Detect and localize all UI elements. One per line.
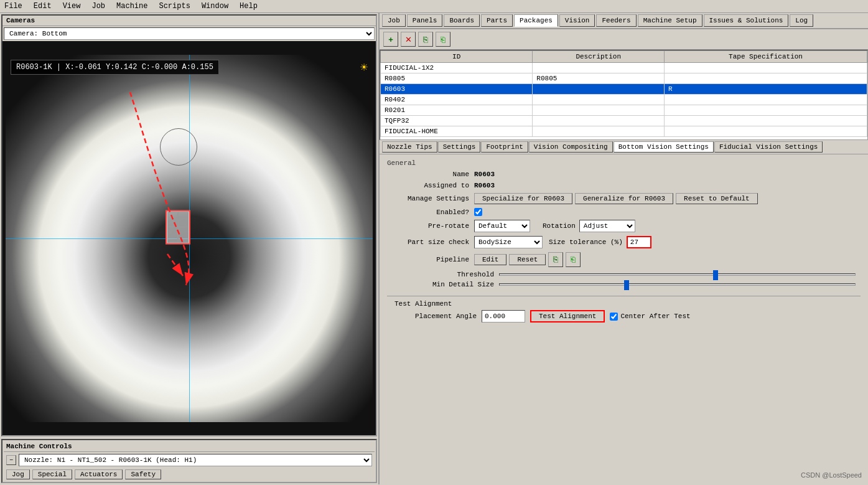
pipeline-edit-button[interactable]: Edit	[474, 254, 506, 265]
menu-machine[interactable]: Machine	[114, 1, 149, 11]
cell-tape	[665, 116, 867, 126]
tab-parts[interactable]: Parts	[481, 14, 513, 27]
camera-select-bar: Camera: Bottom	[2, 26, 376, 41]
threshold-label: Threshold	[387, 271, 499, 278]
tab-bottom-vision-settings[interactable]: Bottom Vision Settings	[614, 141, 714, 153]
center-after-test-row: Center After Test	[610, 313, 690, 321]
cell-id: TQFP32	[381, 116, 533, 126]
cell-id: FIDUCIAL-HOME	[381, 126, 533, 137]
settings-panel: General Name R0603 Assigned to R0603 Man…	[380, 154, 868, 484]
pipeline-paste-button[interactable]: ⎗	[566, 252, 581, 267]
tab-footprint[interactable]: Footprint	[481, 141, 528, 153]
part-size-check-select[interactable]: BodySize	[474, 236, 543, 248]
cell-tape	[665, 73, 867, 84]
cell-description	[533, 116, 665, 126]
tab-boards[interactable]: Boards	[444, 14, 480, 27]
tab-machine-setup[interactable]: Machine Setup	[638, 14, 702, 27]
special-button[interactable]: Special	[32, 469, 72, 479]
cell-description	[533, 95, 665, 105]
generalize-button[interactable]: Generalize for R0603	[575, 193, 673, 204]
menu-edit[interactable]: Edit	[32, 1, 54, 11]
table-row[interactable]: FIDUCIAL-1X2	[381, 63, 867, 73]
name-row: Name R0603	[387, 171, 861, 178]
pre-rotate-select[interactable]: Default	[474, 220, 530, 232]
tab-panels[interactable]: Panels	[407, 14, 443, 27]
min-detail-label: Min Detail Size	[387, 281, 499, 288]
cell-id: R0603	[381, 84, 533, 95]
tab-log[interactable]: Log	[790, 14, 813, 27]
expand-nozzle-btn[interactable]: −	[6, 455, 16, 465]
menu-file[interactable]: File	[2, 1, 24, 11]
threshold-slider-track[interactable]	[499, 273, 856, 276]
menu-help[interactable]: Help	[238, 1, 259, 11]
size-tolerance-input[interactable]	[627, 236, 651, 248]
enabled-row: Enabled?	[387, 208, 861, 216]
add-package-button[interactable]: +	[383, 32, 398, 47]
assigned-to-value: R0603	[474, 182, 495, 189]
test-alignment-button[interactable]: Test Alignment	[530, 310, 605, 323]
cell-tape	[665, 95, 867, 105]
paste-package-button[interactable]: ⎗	[436, 32, 450, 47]
main-tab-bar: Job Panels Boards Parts Packages Vision …	[380, 13, 868, 29]
specialize-button[interactable]: Specialize for R0603	[474, 193, 572, 204]
pipeline-copy-button[interactable]: ⎘	[548, 252, 563, 267]
table-row[interactable]: R0402	[381, 95, 867, 105]
tab-vision-compositing[interactable]: Vision Compositing	[529, 141, 613, 153]
delete-package-button[interactable]: ✕	[401, 32, 416, 47]
target-circle	[160, 128, 197, 166]
jog-button[interactable]: Jog	[6, 469, 30, 479]
center-after-test-checkbox[interactable]	[610, 313, 618, 321]
watermark: CSDN @LostSpeed	[801, 471, 862, 479]
cell-tape	[665, 105, 867, 116]
menu-scripts[interactable]: Scripts	[157, 1, 192, 11]
tab-feeders[interactable]: Feeders	[596, 14, 636, 27]
camera-image: R0603-1K | X:-0.061 Y:0.142 C:-0.000 A:0…	[6, 55, 373, 422]
center-after-test-label: Center After Test	[620, 313, 690, 320]
table-row[interactable]: R0201	[381, 105, 867, 116]
menu-window[interactable]: Window	[200, 1, 230, 11]
threshold-slider-thumb	[713, 270, 718, 280]
pipeline-buttons: Edit Reset ⎘ ⎗	[474, 252, 581, 267]
table-row[interactable]: FIDUCIAL-HOME	[381, 126, 867, 137]
min-detail-slider-track[interactable]	[499, 283, 856, 286]
cell-id: FIDUCIAL-1X2	[381, 63, 533, 73]
col-id: ID	[381, 51, 533, 63]
cell-tape: R	[665, 84, 867, 95]
tab-packages[interactable]: Packages	[514, 14, 558, 27]
tab-nozzle-tips[interactable]: Nozzle Tips	[382, 141, 437, 153]
machine-controls-panel: Machine Controls − Nozzle: N1 - NT1_502 …	[1, 439, 377, 483]
reset-to-default-button[interactable]: Reset to Default	[676, 193, 758, 204]
camera-info-overlay: R0603-1K | X:-0.061 Y:0.142 C:-0.000 A:0…	[11, 60, 219, 75]
tab-job[interactable]: Job	[382, 14, 406, 27]
packages-toolbar: + ✕ ⎘ ⎗	[380, 29, 868, 50]
tab-settings[interactable]: Settings	[438, 141, 481, 153]
manage-settings-label: Manage Settings	[387, 195, 474, 202]
pipeline-reset-button[interactable]: Reset	[509, 254, 546, 265]
camera-select[interactable]: Camera: Bottom	[4, 27, 375, 40]
nozzle-select[interactable]: Nozzle: N1 - NT1_502 - R0603-1K (Head: H…	[19, 454, 372, 466]
packages-table-container: ID Description Tape Specification FIDUCI…	[380, 50, 868, 140]
component-box	[166, 210, 190, 244]
manage-settings-row: Manage Settings Specialize for R0603 Gen…	[387, 193, 861, 204]
tab-vision[interactable]: Vision	[559, 14, 595, 27]
placement-angle-row: Placement Angle Test Alignment Center Af…	[394, 310, 853, 323]
enabled-checkbox[interactable]	[474, 208, 482, 216]
table-row[interactable]: R0805R0805	[381, 73, 867, 84]
menu-view[interactable]: View	[61, 1, 83, 11]
camera-panel-title: Cameras	[6, 17, 35, 24]
menu-job[interactable]: Job	[90, 1, 107, 11]
safety-button[interactable]: Safety	[125, 469, 161, 479]
assigned-to-row: Assigned to R0603	[387, 182, 861, 189]
actuators-button[interactable]: Actuators	[75, 469, 123, 479]
table-row[interactable]: R0603R	[381, 84, 867, 95]
copy-package-button[interactable]: ⎘	[418, 32, 433, 47]
size-tolerance-label: Size tolerance (%)	[549, 238, 623, 246]
packages-table: ID Description Tape Specification FIDUCI…	[380, 50, 867, 137]
tab-fiducial-vision-settings[interactable]: Fiducial Vision Settings	[714, 141, 823, 153]
rotation-select[interactable]: Adjust	[579, 220, 635, 232]
table-row[interactable]: TQFP32	[381, 116, 867, 126]
component-cell-br	[178, 227, 189, 243]
tab-issues-solutions[interactable]: Issues & Solutions	[704, 14, 789, 27]
placement-angle-input[interactable]	[482, 310, 525, 323]
menubar: File Edit View Job Machine Scripts Windo…	[0, 0, 868, 13]
